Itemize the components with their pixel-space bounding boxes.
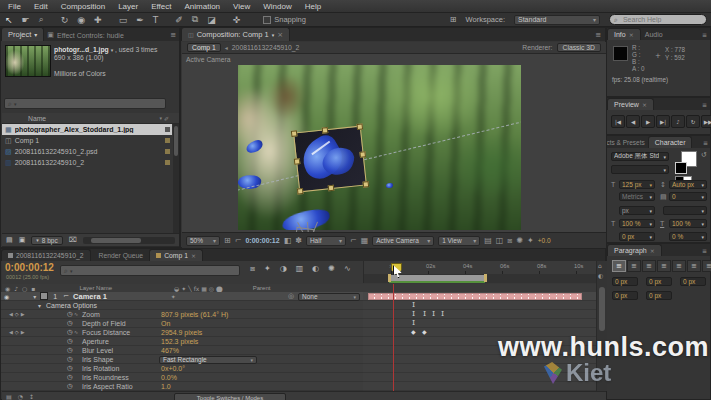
property-value[interactable]: 1.0 xyxy=(161,383,171,390)
keyframe-next-icon[interactable]: ▶ xyxy=(21,329,25,335)
parent-column[interactable]: Parent xyxy=(253,285,271,291)
font-size-field[interactable]: 125 px ▾ xyxy=(619,180,655,189)
first-frame-button[interactable]: |◀ xyxy=(611,115,625,128)
tab-project[interactable]: Project ▾ xyxy=(1,27,44,41)
parent-pickwhip-icon[interactable]: ◎ xyxy=(288,292,294,300)
layer-row[interactable]: ◉ ▾ 1 ⌐ Camera 1 ✦ ◎ None ▾ xyxy=(1,292,363,301)
stopwatch-icon[interactable]: ◷ xyxy=(67,382,73,390)
menu-effect[interactable]: Effect xyxy=(151,2,171,11)
type-tool-icon[interactable]: T xyxy=(153,15,159,25)
puppet-tool-icon[interactable]: ✜ xyxy=(233,15,241,25)
draft-3d-icon[interactable]: ✦ xyxy=(264,264,271,274)
graph-row[interactable]: I xyxy=(363,319,597,328)
tab-render-queue[interactable]: Render Queue xyxy=(99,252,144,259)
stopwatch-icon[interactable]: ◷ xyxy=(67,373,73,381)
tab-info[interactable]: Info × xyxy=(607,28,641,40)
property-group-row[interactable]: ▾ Camera Options xyxy=(1,301,363,310)
timeline-scrollbar-vertical[interactable] xyxy=(599,287,605,331)
keyframe-icon[interactable]: I xyxy=(441,310,444,318)
justify-all-button[interactable]: ≡ xyxy=(702,260,711,272)
close-icon[interactable]: × xyxy=(650,247,655,254)
exposure-value[interactable]: +0.0 xyxy=(538,237,551,244)
property-row-iris-aspect-ratio[interactable]: ◷ Iris Aspect Ratio 1.0 xyxy=(1,382,363,391)
magnification-dropdown[interactable]: 50% ▾ xyxy=(186,236,220,246)
play-button[interactable]: ▶ xyxy=(641,115,655,128)
transform-handle[interactable] xyxy=(359,151,366,158)
interpret-footage-icon[interactable]: ▤ xyxy=(6,236,13,244)
next-frame-button[interactable]: ▶| xyxy=(656,115,670,128)
keyframe-icon[interactable]: I xyxy=(412,310,415,318)
indent-left-field[interactable]: 0 px xyxy=(612,277,638,286)
work-area-bar[interactable] xyxy=(389,275,485,283)
transform-handle[interactable] xyxy=(294,158,301,165)
keyframe-prev-icon[interactable]: ◀ xyxy=(9,311,13,317)
timeline-button-icon[interactable]: ⧈ xyxy=(507,236,512,246)
channels-icon[interactable]: ✽ xyxy=(295,236,302,245)
vertical-scale-field[interactable]: 100 % ▾ xyxy=(619,219,655,228)
workspace-dropdown[interactable]: Standard ▾ xyxy=(514,15,600,25)
first-line-indent-field[interactable]: 0 px xyxy=(612,291,638,300)
horizontal-scale-field[interactable]: 100 % ▾ xyxy=(669,219,707,228)
camera-tool-icon[interactable]: ◉ xyxy=(77,15,85,25)
transform-handle[interactable] xyxy=(363,181,370,188)
composition-viewport[interactable]: Active Camera xyxy=(182,54,606,232)
property-name[interactable]: Blur Level xyxy=(82,347,113,354)
eye-icon[interactable]: ◉ xyxy=(4,293,9,300)
tab-audio[interactable]: Audio xyxy=(645,31,663,38)
layer-duration-bar[interactable] xyxy=(368,293,582,300)
expand-caret-icon[interactable]: ▾ xyxy=(33,293,36,300)
stopwatch-icon[interactable]: ◷ xyxy=(67,310,73,318)
property-name[interactable]: Depth of Field xyxy=(82,320,126,327)
stroke-color-swatch[interactable] xyxy=(675,162,687,174)
property-value[interactable]: 467% xyxy=(161,347,179,354)
new-folder-icon[interactable]: ▣ xyxy=(19,236,26,244)
expand-transfer-pane-icon[interactable]: ◔ xyxy=(18,393,23,400)
stopwatch-icon[interactable]: ◷ xyxy=(67,328,73,336)
pixel-aspect-icon[interactable]: ◫ xyxy=(496,236,504,245)
property-name[interactable]: Iris Rotation xyxy=(82,365,119,372)
close-icon[interactable]: × xyxy=(191,252,196,259)
graph-row[interactable]: I I I I xyxy=(363,310,597,319)
property-row-iris-shape[interactable]: ◷ Iris Shape Fast Rectangle ▾ xyxy=(1,355,363,364)
menu-window[interactable]: Window xyxy=(263,2,291,11)
graph-row[interactable] xyxy=(363,337,597,346)
project-item-row[interactable]: ▥ 2008116132245910_2 xyxy=(2,157,172,168)
tab-composition[interactable]: ◫ Composition: Comp 1 ▾ × xyxy=(181,27,290,41)
stroke-style-dropdown[interactable]: ▾ xyxy=(663,206,707,215)
work-area-end-handle[interactable] xyxy=(484,274,487,282)
iris-shape-dropdown[interactable]: Fast Rectangle ▾ xyxy=(159,356,257,364)
graph-row[interactable]: I xyxy=(363,301,597,310)
transparency-grid-icon[interactable]: ▦ xyxy=(361,236,369,245)
help-search-box[interactable]: ⌕ xyxy=(609,14,707,25)
project-item-row[interactable]: ▦ photographer_Alex_Stoddard_1.jpg xyxy=(2,124,172,135)
selection-tool-icon[interactable]: ↖ xyxy=(5,15,13,25)
tab-timeline-comp[interactable]: Comp 1 × xyxy=(149,249,203,261)
transform-handle[interactable] xyxy=(356,123,363,130)
loop-button[interactable]: ↻ xyxy=(686,115,700,128)
graph-row[interactable] xyxy=(363,346,597,355)
stopwatch-icon[interactable]: ◷ xyxy=(67,364,73,372)
comp-shield-icon[interactable]: ⌂ xyxy=(598,262,602,269)
renderer-button[interactable]: Classic 3D xyxy=(557,43,601,52)
justify-last-right-button[interactable]: ≡ xyxy=(687,260,701,272)
motion-blur-icon[interactable]: ◐ xyxy=(312,264,319,274)
baseline-shift-field[interactable]: 0 px ▾ xyxy=(619,232,655,241)
view-options-icon[interactable]: ▤ xyxy=(484,236,492,245)
keyframe-diamond-icon[interactable]: ◆ xyxy=(422,329,427,335)
panel-menu-icon[interactable]: ≡ xyxy=(702,31,707,38)
property-value[interactable]: 807.9 pixels (61.4° H) xyxy=(161,311,228,318)
transform-handle[interactable] xyxy=(291,130,298,137)
keyframe-add-icon[interactable]: ◇ xyxy=(15,311,19,317)
panel-menu-icon[interactable]: ≡ xyxy=(702,101,707,108)
comp-image[interactable] xyxy=(238,65,521,230)
keyframe-icon[interactable]: I xyxy=(412,319,415,327)
stopwatch-icon[interactable]: ◷ xyxy=(67,337,73,345)
panel-menu-icon[interactable]: ≡ xyxy=(702,247,707,254)
keyframe-icon[interactable]: I xyxy=(432,310,435,318)
transform-handle[interactable] xyxy=(322,127,329,134)
project-search-box[interactable]: ⌕ ▾ xyxy=(4,98,166,109)
keyframe-icon[interactable]: I xyxy=(412,301,415,309)
graph-row[interactable] xyxy=(363,355,597,364)
property-row-depth-of-field[interactable]: ◷ Depth of Field On xyxy=(1,319,363,328)
layer-name-column[interactable]: Layer Name xyxy=(79,285,112,291)
